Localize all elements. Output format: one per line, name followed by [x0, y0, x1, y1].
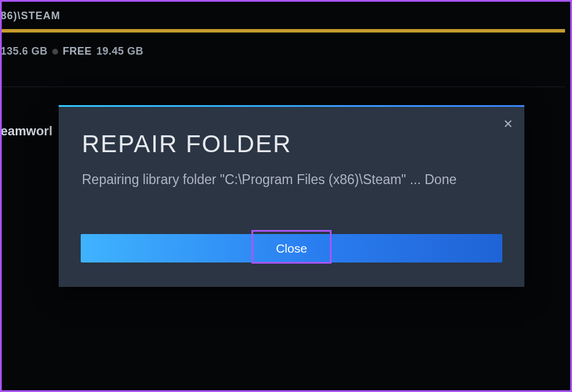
- repair-folder-dialog: REPAIR FOLDER Repairing library folder "…: [59, 105, 524, 287]
- dialog-body-text: Repairing library folder "C:\Program Fil…: [59, 158, 524, 189]
- library-path: 86)\STEAM: [1, 2, 570, 29]
- storage-summary: 135.6 GB FREE 19.45 GB: [1, 33, 570, 57]
- dialog-title: REPAIR FOLDER: [59, 107, 524, 158]
- close-icon[interactable]: [500, 116, 516, 132]
- dot-icon: [52, 49, 58, 55]
- section-divider: [2, 87, 565, 87]
- close-button[interactable]: Close: [81, 234, 502, 262]
- partial-text: eamworl: [1, 124, 52, 139]
- storage-free-value: 19.45 GB: [96, 45, 143, 57]
- storage-used-value: 135.6 GB: [1, 45, 48, 57]
- storage-free-label: FREE: [63, 45, 92, 57]
